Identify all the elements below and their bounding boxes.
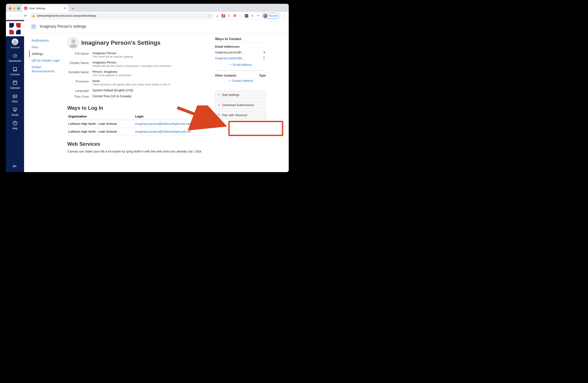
ways-to-login-heading: Ways to Log In bbox=[67, 105, 211, 111]
main-panel: Imaginary Person's Settings Full Name: I… bbox=[67, 37, 211, 154]
minimize-window-button[interactable] bbox=[13, 7, 16, 10]
login-email-cell[interactable]: imaginary.person@lutheranhighnorth.net bbox=[134, 120, 211, 128]
web-services-heading: Web Services bbox=[67, 141, 211, 147]
profile-avatar-large[interactable] bbox=[67, 37, 79, 48]
forward-button[interactable]: → bbox=[15, 13, 21, 19]
edit-settings-button[interactable]: Edit Settings bbox=[215, 91, 266, 99]
login-row: Lutheran High North - Leah Schools imagi… bbox=[67, 120, 211, 128]
display-name-value: Imaginary Person bbox=[92, 61, 211, 64]
help-icon bbox=[12, 120, 18, 126]
nav-help[interactable]: Help bbox=[6, 118, 24, 132]
svg-point-7 bbox=[218, 114, 219, 115]
new-tab-button[interactable]: ＋ bbox=[70, 5, 76, 11]
drive-ext-icon[interactable]: ◭ bbox=[216, 14, 219, 18]
trash-icon[interactable] bbox=[262, 56, 266, 60]
submenu-notifications[interactable]: Notifications bbox=[29, 37, 63, 44]
email-address-primary: imaginary.person@l… bbox=[215, 51, 244, 54]
studio-icon bbox=[12, 107, 18, 113]
plus-icon: ＋ bbox=[228, 79, 231, 83]
spinner-ext-icon[interactable]: ◌ bbox=[239, 14, 243, 18]
full-name-help: This name will be used for grading. bbox=[92, 55, 211, 58]
extension-icons: ◭ ▞ ⓘ ⓟ ◌ Ib ▣ ✦ bbox=[215, 14, 261, 18]
nav-dashboard[interactable]: Dashboard bbox=[6, 51, 24, 64]
download-icon bbox=[217, 103, 221, 107]
sortable-name-help: This name appears in sorted lists. bbox=[92, 74, 211, 77]
timezone-label: Time Zone: bbox=[67, 95, 89, 100]
inbox-icon bbox=[12, 93, 18, 99]
add-email-label: Email Address bbox=[233, 63, 252, 66]
page-content: Account Dashboard Courses Calendar bbox=[6, 20, 289, 172]
right-sidebar: Ways to Contact Email Addresses imaginar… bbox=[215, 37, 266, 154]
email-row-primary: imaginary.person@l… ★ bbox=[215, 50, 266, 55]
browser-tab[interactable]: ✱ User Settings ✕ bbox=[22, 5, 68, 12]
nav-calendar[interactable]: Calendar bbox=[6, 78, 24, 91]
close-tab-button[interactable]: ✕ bbox=[64, 6, 66, 10]
full-name-value: Imaginary Person bbox=[92, 51, 211, 55]
page-title: Imaginary Person's Settings bbox=[81, 40, 160, 46]
window-controls bbox=[8, 7, 22, 12]
pair-with-observer-button[interactable]: Pair with Observer bbox=[215, 111, 266, 119]
canvas-favicon-icon: ✱ bbox=[24, 6, 27, 10]
nav-inbox[interactable]: Inbox bbox=[6, 91, 24, 105]
breadcrumb-bar: Imaginary Person's settings bbox=[26, 20, 287, 33]
submenu-files[interactable]: Files bbox=[29, 44, 63, 51]
pinterest-ext-icon[interactable]: ⓟ bbox=[233, 14, 237, 18]
login-org-cell: Lutheran High North - Leah Schools bbox=[67, 128, 134, 136]
display-name-label: Display Name: bbox=[67, 61, 89, 69]
back-button[interactable]: ← bbox=[8, 13, 14, 19]
dashboard-icon bbox=[12, 53, 18, 59]
type-heading: Type bbox=[259, 74, 266, 77]
collapse-nav-button[interactable] bbox=[6, 164, 24, 169]
square-ext-icon[interactable]: Ib bbox=[245, 14, 248, 18]
global-nav: Account Dashboard Courses Calendar bbox=[6, 20, 24, 172]
sortable-name-value: Person, Imaginary bbox=[92, 70, 211, 73]
svg-rect-2 bbox=[13, 95, 17, 98]
browser-menu-button[interactable]: ⋮ bbox=[282, 14, 287, 18]
svg-point-6 bbox=[15, 124, 15, 124]
calendar-icon bbox=[12, 80, 18, 86]
submenu-qr-login[interactable]: QR for Mobile Login bbox=[29, 57, 63, 64]
annotation-highlight-box bbox=[228, 121, 283, 136]
bookmark-star-icon[interactable]: ☆ bbox=[209, 14, 211, 17]
nav-studio[interactable]: Studio bbox=[6, 105, 24, 118]
add-contact-button[interactable]: ＋ Contact Method bbox=[215, 77, 266, 84]
address-bar[interactable]: 🔒 lutheranhighnorth.instructure.com/prof… bbox=[30, 13, 214, 19]
profile-paused-button[interactable]: Paused bbox=[262, 13, 280, 19]
nav-account[interactable]: Account bbox=[6, 36, 24, 51]
school-logo[interactable] bbox=[6, 21, 24, 36]
email-address-secondary[interactable]: imaginary.student@l… bbox=[215, 57, 245, 60]
extensions-puzzle-icon[interactable]: ✦ bbox=[256, 14, 260, 18]
display-name-help: People will see this name in discussions… bbox=[92, 64, 211, 67]
add-contact-label: Contact Method bbox=[232, 79, 253, 82]
maximize-window-button[interactable] bbox=[17, 7, 20, 10]
plus-icon: ＋ bbox=[229, 63, 232, 67]
nav-calendar-label: Calendar bbox=[10, 86, 20, 89]
pronouns-value: None bbox=[92, 79, 211, 83]
login-table: Organization Login Lutheran High North -… bbox=[67, 113, 211, 136]
login-row: Lutheran High North - Leah Schools imagi… bbox=[67, 128, 211, 136]
add-email-button[interactable]: ＋ Email Address bbox=[215, 61, 266, 68]
nav-courses[interactable]: Courses bbox=[6, 64, 24, 78]
browser-window: ✱ User Settings ✕ ＋ ← → ⟳ 🔒 lutheranhigh… bbox=[6, 4, 289, 172]
email-row-secondary: imaginary.student@l… bbox=[215, 55, 266, 61]
login-email-cell[interactable]: imaginary.student@lutheranhighnorth.net bbox=[134, 128, 211, 136]
star-icon[interactable]: ★ bbox=[263, 51, 266, 54]
lock-icon: 🔒 bbox=[32, 14, 35, 17]
submenu-global-announcements[interactable]: Global Announcements bbox=[29, 64, 63, 74]
submenu-settings[interactable]: Settings bbox=[29, 50, 63, 57]
tab-strip: ✱ User Settings ✕ ＋ bbox=[6, 4, 289, 12]
language-value: System Default (English (US)) bbox=[92, 89, 211, 92]
flag-ext-icon[interactable]: ▞ bbox=[222, 14, 225, 18]
download-submissions-button[interactable]: Download Submissions bbox=[215, 101, 266, 109]
nav-courses-label: Courses bbox=[10, 73, 20, 76]
grey-ext-icon[interactable]: ▣ bbox=[250, 14, 254, 18]
sidebar-toggle-button[interactable] bbox=[31, 25, 36, 28]
info-ext-icon[interactable]: ⓘ bbox=[227, 14, 231, 18]
reload-button[interactable]: ⟳ bbox=[22, 13, 28, 19]
timezone-value: Central Time (US & Canada) bbox=[92, 95, 211, 98]
close-window-button[interactable] bbox=[9, 7, 11, 10]
svg-rect-1 bbox=[13, 81, 17, 84]
login-col-org: Organization bbox=[67, 113, 134, 120]
profile-status-label: Paused bbox=[269, 14, 278, 17]
language-label: Language: bbox=[67, 89, 89, 94]
